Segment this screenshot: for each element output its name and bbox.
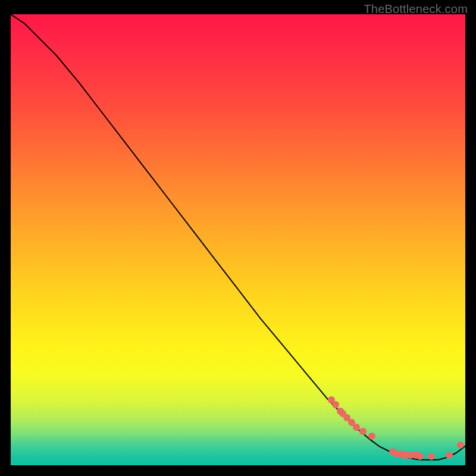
data-point <box>368 433 375 440</box>
plot-area <box>11 14 465 465</box>
data-point <box>353 424 360 431</box>
chart-stage: TheBottleneck.com <box>0 0 476 476</box>
points-layer <box>11 14 465 465</box>
data-point <box>359 428 367 435</box>
data-point <box>428 453 435 460</box>
data-point <box>446 452 453 459</box>
data-point <box>416 453 424 460</box>
data-point <box>457 441 464 449</box>
data-point <box>332 401 339 408</box>
